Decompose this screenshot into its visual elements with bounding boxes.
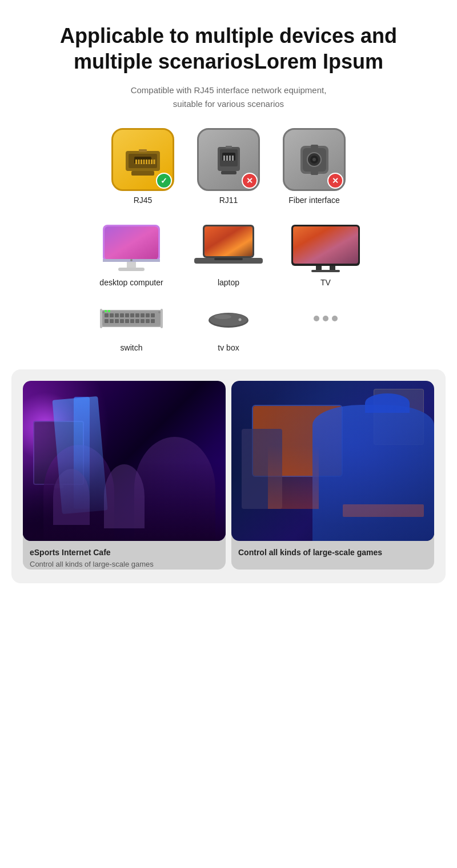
- rj45-svg-icon: [123, 142, 163, 177]
- svg-rect-64: [146, 319, 150, 323]
- device-laptop: laptop: [189, 222, 268, 287]
- dot-2: [323, 316, 328, 321]
- svg-rect-70: [100, 309, 102, 328]
- svg-rect-60: [125, 319, 129, 323]
- esports-desc: Control all kinds of large-scale games: [30, 559, 219, 570]
- svg-rect-21: [221, 171, 236, 174]
- svg-point-68: [102, 311, 105, 313]
- tv-label: TV: [320, 278, 331, 287]
- device-desktop: desktop computer: [91, 222, 171, 287]
- svg-rect-51: [130, 313, 134, 317]
- svg-rect-55: [151, 313, 155, 317]
- svg-rect-36: [205, 226, 252, 256]
- scenario-esports-card: eSports Internet Cafe Control all kinds …: [23, 381, 226, 570]
- svg-rect-61: [130, 319, 134, 323]
- svg-rect-9: [151, 160, 153, 164]
- svg-rect-3: [135, 160, 137, 164]
- fiber-icon-wrap: ✕: [283, 128, 346, 191]
- svg-point-67: [108, 310, 110, 312]
- svg-rect-38: [214, 258, 243, 260]
- tvbox-svg: [206, 309, 251, 329]
- svg-point-34: [130, 259, 133, 261]
- device-tvbox: tv box: [194, 298, 263, 352]
- svg-rect-20: [226, 146, 232, 148]
- tvbox-label: tv box: [218, 343, 239, 352]
- svg-rect-18: [229, 156, 231, 161]
- devices-row-1: desktop computer: [11, 222, 446, 287]
- more-dots: [314, 316, 338, 321]
- svg-rect-49: [120, 313, 124, 317]
- svg-rect-58: [115, 319, 119, 323]
- svg-rect-63: [141, 319, 145, 323]
- svg-rect-45: [102, 311, 161, 326]
- svg-rect-62: [135, 319, 139, 323]
- scenario-gaming-card: Control all kinds of large-scale games: [231, 381, 434, 570]
- gaming-image: [231, 381, 434, 541]
- rj11-svg-icon: [213, 141, 244, 178]
- svg-rect-46: [105, 313, 109, 317]
- laptop-icon: [191, 222, 266, 273]
- esports-person2: [134, 437, 215, 541]
- tvbox-icon: [194, 298, 263, 339]
- rj45-label: RJ45: [134, 196, 153, 205]
- svg-rect-10: [154, 160, 155, 164]
- svg-rect-7: [146, 160, 147, 164]
- svg-rect-17: [226, 156, 228, 161]
- svg-rect-71: [161, 309, 163, 328]
- svg-rect-52: [135, 313, 139, 317]
- svg-rect-32: [118, 268, 145, 271]
- rj11-label: RJ11: [219, 196, 238, 205]
- svg-rect-40: [293, 226, 358, 264]
- svg-rect-28: [311, 171, 318, 175]
- svg-point-26: [312, 158, 316, 161]
- svg-rect-31: [127, 262, 136, 268]
- gaming-info: Control all kinds of large-scale games: [231, 541, 434, 557]
- svg-rect-5: [141, 160, 142, 164]
- svg-point-74: [239, 318, 242, 321]
- svg-rect-11: [139, 149, 147, 152]
- esports-person1: [43, 445, 114, 541]
- laptop-svg: [191, 222, 266, 273]
- svg-rect-16: [223, 156, 225, 161]
- svg-rect-27: [311, 145, 318, 149]
- scenarios-section: eSports Internet Cafe Control all kinds …: [11, 369, 446, 583]
- header-section: Applicable to multiple devices and multi…: [11, 23, 446, 111]
- scenarios-grid: eSports Internet Cafe Control all kinds …: [11, 369, 446, 570]
- desktop-label: desktop computer: [99, 278, 163, 287]
- device-switch: switch: [97, 298, 166, 352]
- svg-rect-65: [151, 319, 155, 323]
- connectors-row: ✓ RJ45: [11, 128, 446, 205]
- svg-rect-19: [232, 156, 234, 161]
- svg-rect-56: [105, 319, 109, 323]
- desktop-icon: [94, 222, 169, 273]
- fiber-status-badge: ✕: [327, 173, 343, 189]
- gaming-title: Control all kinds of large-scale games: [238, 548, 427, 557]
- esports-monitor: [33, 421, 84, 485]
- dot-3: [332, 316, 338, 321]
- svg-rect-53: [141, 313, 145, 317]
- svg-point-75: [214, 314, 231, 319]
- svg-rect-12: [131, 171, 154, 176]
- device-more: [291, 298, 360, 339]
- svg-point-66: [105, 310, 107, 312]
- svg-rect-6: [143, 160, 145, 164]
- tv-svg: [288, 222, 363, 273]
- rj45-icon-wrap: ✓: [111, 128, 174, 191]
- connector-rj45: ✓ RJ45: [111, 128, 174, 205]
- svg-rect-59: [120, 319, 124, 323]
- svg-rect-57: [110, 319, 114, 323]
- more-icon: [291, 298, 360, 339]
- switch-label: switch: [121, 343, 143, 352]
- device-tv: TV: [286, 222, 366, 287]
- svg-rect-48: [115, 313, 119, 317]
- sub-description: Compatible with RJ45 interface network e…: [126, 83, 331, 111]
- esports-title: eSports Internet Cafe: [30, 548, 219, 557]
- switch-icon: [97, 298, 166, 339]
- rj11-icon-wrap: ✕: [197, 128, 260, 191]
- switch-svg: [100, 304, 163, 333]
- svg-rect-54: [146, 313, 150, 317]
- main-title: Applicable to multiple devices and multi…: [11, 23, 446, 74]
- fiber-label: Fiber interface: [288, 196, 339, 205]
- svg-point-69: [158, 311, 161, 313]
- page-wrapper: Applicable to multiple devices and multi…: [0, 0, 457, 583]
